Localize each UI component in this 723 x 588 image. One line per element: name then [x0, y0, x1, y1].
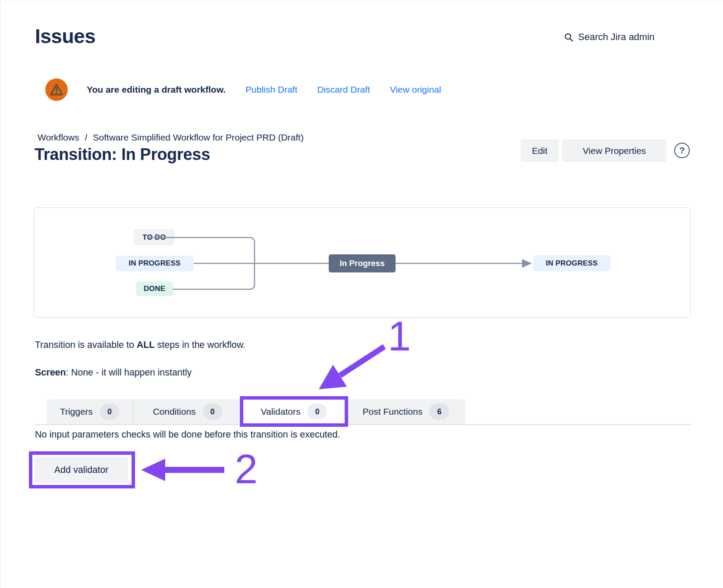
status-badge-in-progress: IN PROGRESS [116, 256, 194, 271]
view-original-link[interactable]: View original [390, 84, 441, 95]
annotation-number-2: 2 [235, 448, 258, 490]
tab-validators[interactable]: Validators 0 [242, 399, 346, 424]
breadcrumb-current: Software Simplified Workflow for Project… [93, 132, 304, 143]
draft-banner-message: You are editing a draft workflow. [87, 84, 226, 95]
search-jira-admin[interactable]: Search Jira admin [564, 31, 654, 43]
availability-suffix: steps in the workflow. [155, 340, 245, 350]
screen-value: : None - it will happen instantly [66, 367, 192, 378]
help-icon[interactable]: ? [674, 143, 690, 158]
transition-title: Transition: In Progress [35, 145, 210, 164]
screen-text: Screen: None - it will happen instantly [35, 367, 192, 378]
status-badge-done: DONE [136, 281, 173, 296]
tab-validators-label: Validators [261, 407, 301, 417]
search-icon [564, 32, 574, 42]
availability-prefix: Transition is available to [35, 340, 137, 350]
validators-empty-message: No input parameters checks will be done … [35, 429, 340, 440]
breadcrumb: Workflows / Software Simplified Workflow… [38, 132, 304, 143]
tab-conditions[interactable]: Conditions 0 [133, 399, 242, 424]
workflow-diagram: TO DO IN PROGRESS DONE In Progress IN PR… [34, 207, 691, 318]
breadcrumb-workflows[interactable]: Workflows [38, 132, 79, 143]
draft-banner: You are editing a draft workflow. Publis… [45, 78, 441, 101]
transition-tabs: Triggers 0 Conditions 0 Validators 0 Pos… [47, 399, 465, 424]
tab-conditions-count: 0 [203, 403, 223, 420]
warning-icon [45, 78, 68, 101]
tab-validators-count: 0 [307, 403, 327, 420]
tab-conditions-label: Conditions [153, 407, 195, 417]
tabs-divider [34, 424, 691, 425]
publish-draft-link[interactable]: Publish Draft [245, 84, 297, 95]
annotation-number-1: 1 [388, 316, 411, 357]
tab-post-functions-count: 6 [429, 403, 449, 420]
transition-chip: In Progress [329, 254, 396, 272]
tab-triggers-count: 0 [100, 403, 119, 420]
status-badge-target: IN PROGRESS [533, 255, 610, 271]
discard-draft-link[interactable]: Discard Draft [317, 84, 370, 95]
tab-triggers-label: Triggers [60, 407, 93, 417]
add-validator-button[interactable]: Add validator [35, 457, 128, 483]
edit-button[interactable]: Edit [521, 139, 559, 162]
add-validator-wrap: Add validator [35, 457, 128, 483]
tab-post-functions-label: Post Functions [363, 407, 423, 417]
search-label: Search Jira admin [578, 31, 654, 43]
availability-text: Transition is available to ALL steps in … [35, 340, 245, 350]
view-properties-button[interactable]: View Properties [562, 139, 666, 162]
jira-admin-page: Issues Search Jira admin You are editing… [0, 0, 723, 588]
page-title: Issues [35, 25, 95, 48]
tab-post-functions[interactable]: Post Functions 6 [346, 399, 465, 424]
status-badge-todo: TO DO [134, 229, 175, 245]
breadcrumb-separator: / [85, 132, 87, 143]
availability-all: ALL [137, 340, 155, 350]
screen-label: Screen [35, 367, 66, 378]
tab-triggers[interactable]: Triggers 0 [47, 399, 133, 424]
